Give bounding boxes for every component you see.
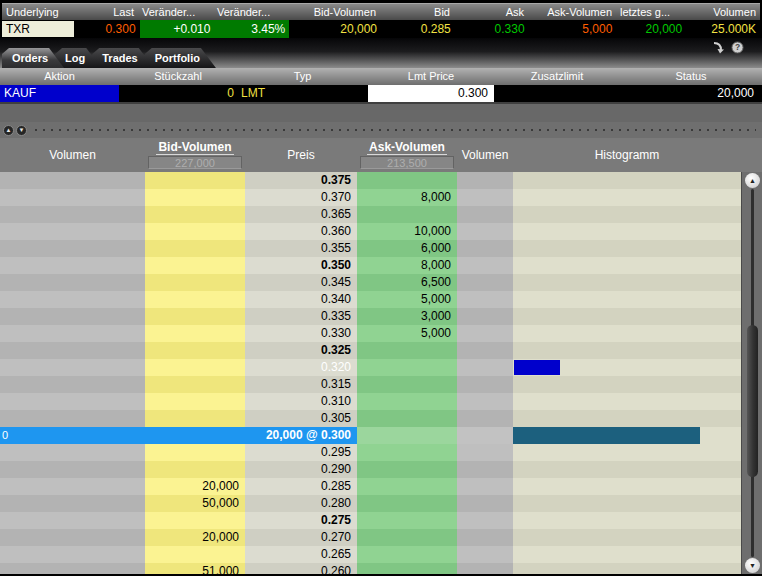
ask-volume-cell[interactable] [357,563,457,574]
ladder-header-bid-volume[interactable]: Bid-Volumen [156,140,233,155]
ladder-row[interactable]: 0.3508,000 [0,257,741,274]
price-cell[interactable]: 0.335 [245,308,357,325]
ladder-row[interactable]: 0.375 [0,172,741,189]
ask-volume-cell[interactable] [357,546,457,563]
ladder-row[interactable]: 0.275 [0,512,741,529]
price-cell[interactable]: 0.280 [245,495,357,512]
order-quantity-cell[interactable]: 0 [119,85,237,102]
ladder-row[interactable]: 0.310 [0,393,741,410]
price-cell[interactable]: 0.290 [245,461,357,478]
volume-right-cell[interactable] [457,342,513,359]
volume-left-cell[interactable] [0,206,145,223]
underlying-field[interactable]: TXR [2,21,74,37]
volume-right-cell[interactable] [457,461,513,478]
volume-left-cell[interactable] [0,393,145,410]
price-cell[interactable]: 0.310 [245,393,357,410]
help-icon[interactable]: ? [731,41,744,54]
ladder-row[interactable]: 0.315 [0,376,741,393]
ladder-row[interactable]: 51,0000.260 [0,563,741,574]
ask-volume-cell[interactable] [357,427,457,444]
ladder-row[interactable]: 0.3353,000 [0,308,741,325]
bid-volume-cell[interactable]: 51,000 [145,563,245,574]
volume-left-cell[interactable] [0,376,145,393]
volume-right-cell[interactable] [457,393,513,410]
volume-left-cell[interactable] [0,546,145,563]
volume-left-cell[interactable] [0,461,145,478]
price-cell[interactable]: 0.375 [245,172,357,189]
volume-left-cell[interactable] [0,274,145,291]
bid-volume-cell[interactable]: 20,000 [145,529,245,546]
volume-left-cell[interactable] [0,223,145,240]
order-lmt-price-input[interactable]: 0.300 [368,85,494,102]
ladder-header-ask-volume[interactable]: Ask-Volumen [367,140,447,155]
ladder-header-volume-left[interactable]: Volumen [0,138,145,172]
order-zusatzlimit-cell[interactable] [494,85,620,102]
volume-right-cell[interactable] [457,308,513,325]
bid-volume-cell[interactable] [145,325,245,342]
price-cell[interactable]: 0.360 [245,223,357,240]
ask-volume-cell[interactable]: 6,000 [357,240,457,257]
volume-right-cell[interactable] [457,189,513,206]
volume-left-cell[interactable] [0,172,145,189]
price-cell[interactable]: 0.350 [245,257,357,274]
price-cell[interactable]: 20,000 @ 0.300 [245,427,357,444]
volume-right-cell[interactable] [457,410,513,427]
bid-volume-cell[interactable] [145,444,245,461]
ask-volume-cell[interactable] [357,172,457,189]
ask-volume-cell[interactable] [357,461,457,478]
price-cell[interactable]: 0.325 [245,342,357,359]
volume-left-cell[interactable] [0,359,145,376]
ask-volume-cell[interactable]: 5,000 [357,291,457,308]
ladder-row[interactable]: 0.265 [0,546,741,563]
ladder-row[interactable]: 20,0000.285 [0,478,741,495]
bid-volume-cell[interactable] [145,172,245,189]
volume-right-cell[interactable] [457,529,513,546]
ask-volume-cell[interactable]: 6,500 [357,274,457,291]
volume-right-cell[interactable] [457,291,513,308]
volume-left-cell[interactable] [0,410,145,427]
bid-volume-cell[interactable] [145,342,245,359]
ladder-row[interactable]: 0.3708,000 [0,189,741,206]
price-cell[interactable]: 0.365 [245,206,357,223]
scrollbar-up-button[interactable]: ▲ [745,173,760,188]
volume-left-cell[interactable] [0,529,145,546]
price-cell[interactable]: 0.275 [245,512,357,529]
ladder-row[interactable]: 020,000 @ 0.300 [0,427,741,444]
order-action-cell[interactable]: KAUF [0,85,119,102]
bid-volume-cell[interactable] [145,308,245,325]
volume-right-cell[interactable] [457,257,513,274]
ladder-row[interactable]: 0.3456,500 [0,274,741,291]
ladder-row[interactable]: 0.325 [0,342,741,359]
price-cell[interactable]: 0.370 [245,189,357,206]
bid-volume-cell[interactable] [145,410,245,427]
ladder-row[interactable]: 0.365 [0,206,741,223]
ask-volume-cell[interactable] [357,410,457,427]
ask-volume-cell[interactable]: 8,000 [357,257,457,274]
price-cell[interactable]: 0.270 [245,529,357,546]
volume-left-cell[interactable] [0,240,145,257]
ask-volume-cell[interactable]: 3,000 [357,308,457,325]
ladder-header-price[interactable]: Preis [245,138,357,172]
bid-volume-cell[interactable] [145,291,245,308]
ladder-row[interactable]: 0.36010,000 [0,223,741,240]
price-cell[interactable]: 0.305 [245,410,357,427]
price-cell[interactable]: 0.330 [245,325,357,342]
price-cell[interactable]: 0.285 [245,478,357,495]
price-cell[interactable]: 0.320 [245,359,357,376]
bid-volume-cell[interactable] [145,257,245,274]
volume-right-cell[interactable] [457,427,513,444]
volume-right-cell[interactable] [457,223,513,240]
ladder-row[interactable]: 0.305 [0,410,741,427]
bid-volume-cell[interactable] [145,189,245,206]
bid-volume-cell[interactable]: 20,000 [145,478,245,495]
bid-volume-cell[interactable] [145,393,245,410]
volume-left-cell[interactable] [0,342,145,359]
ladder-up-button[interactable]: ▲ [3,125,14,136]
bid-volume-cell[interactable] [145,223,245,240]
volume-right-cell[interactable] [457,172,513,189]
ask-volume-cell[interactable] [357,359,457,376]
price-cell[interactable]: 0.355 [245,240,357,257]
volume-right-cell[interactable] [457,206,513,223]
volume-right-cell[interactable] [457,563,513,574]
volume-right-cell[interactable] [457,546,513,563]
